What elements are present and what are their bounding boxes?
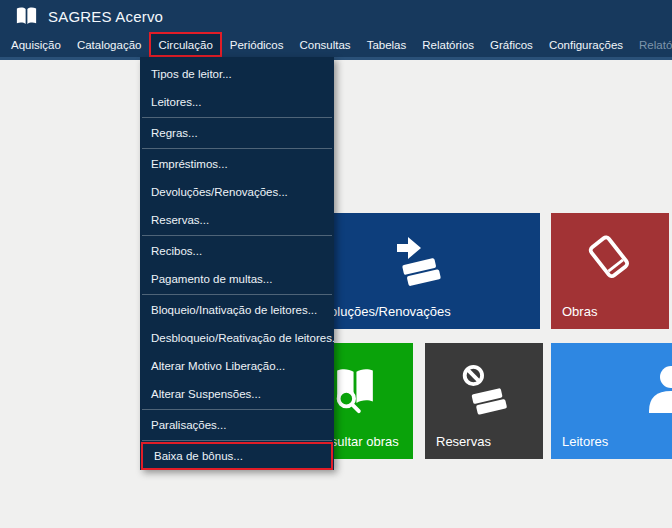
menu-item-recibos[interactable]: Recibos... bbox=[140, 237, 334, 265]
menubar-item-tabelas[interactable]: Tabelas bbox=[359, 32, 415, 57]
tile-label: Reservas bbox=[436, 434, 491, 449]
menubar: Aquisição Catalogação Circulação Periódi… bbox=[0, 32, 672, 60]
menu-item-desbloqueio-reativacao-de-leitores[interactable]: Desbloqueio/Reativação de leitores... bbox=[140, 324, 334, 352]
menu-item-alterar-motivo-liberacao[interactable]: Alterar Motivo Liberação... bbox=[140, 352, 334, 380]
titlebar: SAGRES Acervo bbox=[0, 0, 672, 32]
tile-leitores[interactable]: Leitores bbox=[551, 343, 672, 459]
books-blocked-icon bbox=[457, 362, 511, 416]
circulacao-dropdown-menu: Tipos de leitor... Leitores... Regras...… bbox=[140, 57, 334, 470]
menubar-item-graficos[interactable]: Gráficos bbox=[482, 32, 541, 57]
menu-item-emprestimos[interactable]: Empréstimos... bbox=[140, 150, 334, 178]
tile-label: Obras bbox=[562, 304, 597, 319]
menubar-item-consultas[interactable]: Consultas bbox=[291, 32, 358, 57]
books-return-icon bbox=[390, 232, 446, 288]
menu-item-devolucoes-renovacoes[interactable]: Devoluções/Renovações... bbox=[140, 178, 334, 206]
tile-obras[interactable]: Obras bbox=[551, 213, 669, 329]
menu-item-bloqueio-inativacao-de-leitores[interactable]: Bloqueio/Inativação de leitores... bbox=[140, 296, 334, 324]
menubar-item-relatorios[interactable]: Relatórios bbox=[414, 32, 482, 57]
menubar-item-relatorios-parametrizados[interactable]: Relatórios Parametrizados bbox=[631, 32, 672, 57]
tile-label: Leitores bbox=[562, 434, 608, 449]
app-window: SAGRES Acervo Aquisição Catalogação Circ… bbox=[0, 0, 672, 528]
menu-item-leitores[interactable]: Leitores... bbox=[140, 88, 334, 116]
book-search-icon bbox=[328, 362, 382, 416]
menubar-item-catalogacao[interactable]: Catalogação bbox=[69, 32, 150, 57]
menubar-item-periodicos[interactable]: Periódicos bbox=[222, 32, 292, 57]
menubar-item-circulacao[interactable]: Circulação bbox=[149, 32, 221, 57]
tile-reservas[interactable]: Reservas bbox=[425, 343, 543, 459]
menu-item-paralisacoes[interactable]: Paralisações... bbox=[140, 411, 334, 439]
menu-item-reservas[interactable]: Reservas... bbox=[140, 206, 334, 234]
open-book-icon bbox=[16, 7, 37, 25]
person-icon bbox=[643, 362, 672, 418]
app-title: SAGRES Acervo bbox=[48, 8, 163, 25]
menu-item-baixa-de-bonus[interactable]: Baixa de bônus... bbox=[141, 442, 333, 470]
menu-item-pagamento-de-multas[interactable]: Pagamento de multas... bbox=[140, 265, 334, 293]
menubar-item-aquisicao[interactable]: Aquisição bbox=[3, 32, 69, 57]
book-icon bbox=[583, 232, 637, 286]
menubar-item-configuracoes[interactable]: Configurações bbox=[541, 32, 631, 57]
menu-item-regras[interactable]: Regras... bbox=[140, 119, 334, 147]
menu-item-tipos-de-leitor[interactable]: Tipos de leitor... bbox=[140, 60, 334, 88]
menu-item-alterar-suspensoes[interactable]: Alterar Suspensões... bbox=[140, 380, 334, 408]
